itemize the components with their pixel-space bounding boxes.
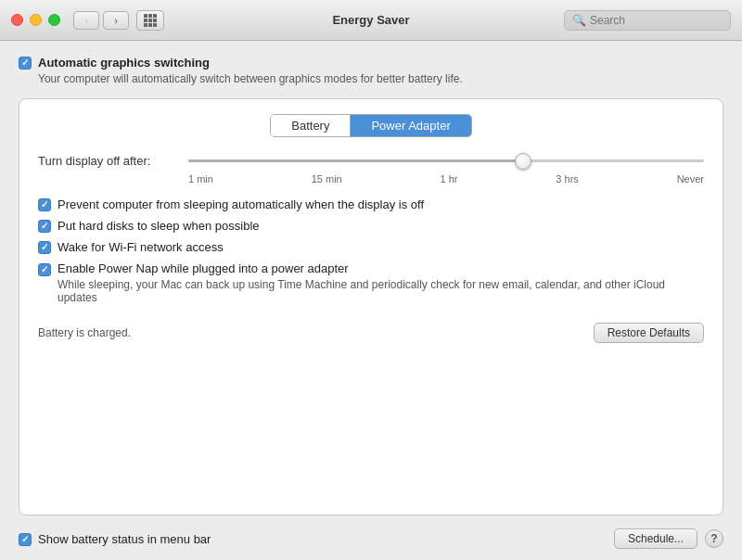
checkmark-icon: ✓	[41, 265, 48, 274]
show-battery-label: Show battery status in menu bar	[38, 532, 211, 546]
tab-power-adapter[interactable]: Power Adapter	[351, 115, 470, 136]
tick-marks: 1 min 15 min 1 hr 3 hrs Never	[188, 173, 704, 185]
tick-4: 3 hrs	[556, 173, 578, 185]
slider-thumb[interactable]	[515, 153, 531, 170]
auto-graphics-row: ✓ Automatic graphics switching	[19, 56, 723, 70]
slider-track	[188, 159, 704, 162]
option-item-1: ✓ Prevent computer from sleeping automat…	[38, 197, 704, 211]
restore-defaults-button[interactable]: Restore Defaults	[594, 323, 704, 343]
checkmark-icon: ✓	[41, 222, 48, 231]
auto-graphics-checkbox[interactable]: ✓	[19, 57, 32, 70]
grid-icon	[144, 14, 157, 27]
schedule-button[interactable]: Schedule...	[614, 528, 697, 549]
search-input[interactable]	[590, 14, 723, 27]
bottom-bar: ✓ Show battery status in menu bar Schedu…	[19, 525, 723, 549]
checkmark-icon: ✓	[21, 535, 29, 544]
battery-status: Battery is charged.	[38, 326, 131, 339]
slider-filled	[188, 159, 523, 162]
panel-footer: Battery is charged. Restore Defaults	[38, 313, 704, 343]
auto-graphics-label: Automatic graphics switching	[38, 56, 210, 70]
tick-3: 1 hr	[441, 173, 458, 185]
auto-graphics-section: ✓ Automatic graphics switching Your comp…	[19, 56, 723, 85]
tick-1: 1 min	[188, 173, 213, 185]
traffic-lights	[11, 14, 60, 26]
tabs-container: Battery Power Adapter	[38, 114, 704, 137]
option-item-2: ✓ Put hard disks to sleep when possible	[38, 219, 704, 233]
option-1-label: Prevent computer from sleeping automatic…	[58, 197, 424, 211]
checkmark-icon: ✓	[41, 200, 48, 210]
checkmark-icon: ✓	[21, 58, 29, 68]
option-1-checkbox[interactable]: ✓	[38, 198, 51, 211]
window-title: Energy Saver	[332, 13, 409, 27]
option-item-3: ✓ Wake for Wi-Fi network access	[38, 240, 704, 254]
minimize-button[interactable]	[30, 14, 42, 26]
title-bar: ‹ › Energy Saver 🔍	[0, 0, 742, 41]
option-4-checkbox[interactable]: ✓	[38, 263, 51, 276]
checkmark-icon: ✓	[41, 243, 48, 252]
option-2-label: Put hard disks to sleep when possible	[58, 219, 260, 233]
tab-group: Battery Power Adapter	[270, 114, 471, 137]
back-button[interactable]: ‹	[73, 11, 99, 30]
search-icon: 🔍	[572, 14, 586, 27]
slider-label: Turn display off after:	[38, 154, 177, 168]
forward-button[interactable]: ›	[103, 11, 129, 30]
slider-container	[188, 159, 704, 162]
tab-battery[interactable]: Battery	[271, 115, 350, 136]
tick-5: Never	[677, 173, 704, 185]
option-1-text: Prevent computer from sleeping automatic…	[58, 197, 424, 211]
show-battery-checkbox[interactable]: ✓	[19, 533, 32, 546]
grid-view-button[interactable]	[136, 10, 164, 31]
main-content: ✓ Automatic graphics switching Your comp…	[0, 41, 742, 560]
option-2-text: Put hard disks to sleep when possible	[58, 219, 260, 233]
nav-buttons: ‹ ›	[73, 11, 129, 30]
option-4-label: Enable Power Nap while plugged into a po…	[58, 261, 349, 275]
close-button[interactable]	[11, 14, 23, 26]
option-2-checkbox[interactable]: ✓	[38, 220, 51, 233]
help-button[interactable]: ?	[705, 529, 723, 548]
search-bar[interactable]: 🔍	[564, 10, 731, 31]
bottom-right: Schedule... ?	[614, 528, 723, 549]
option-3-checkbox[interactable]: ✓	[38, 241, 51, 254]
settings-panel: Battery Power Adapter Turn display off a…	[19, 98, 723, 515]
slider-row: Turn display off after:	[38, 154, 704, 168]
option-4-sublabel: While sleeping, your Mac can back up usi…	[58, 278, 704, 304]
options-list: ✓ Prevent computer from sleeping automat…	[38, 197, 704, 304]
tick-2: 15 min	[312, 173, 342, 185]
option-3-label: Wake for Wi-Fi network access	[58, 240, 224, 254]
bottom-left: ✓ Show battery status in menu bar	[19, 532, 211, 546]
option-item-4: ✓ Enable Power Nap while plugged into a …	[38, 261, 704, 304]
auto-graphics-sublabel: Your computer will automatically switch …	[38, 72, 723, 85]
option-4-text: Enable Power Nap while plugged into a po…	[58, 261, 704, 304]
slider-ticks-area: 1 min 15 min 1 hr 3 hrs Never	[188, 173, 704, 185]
display-sleep-section: Turn display off after: 1 min 15 min 1 h…	[38, 154, 704, 185]
option-3-text: Wake for Wi-Fi network access	[58, 240, 224, 254]
maximize-button[interactable]	[48, 14, 60, 26]
